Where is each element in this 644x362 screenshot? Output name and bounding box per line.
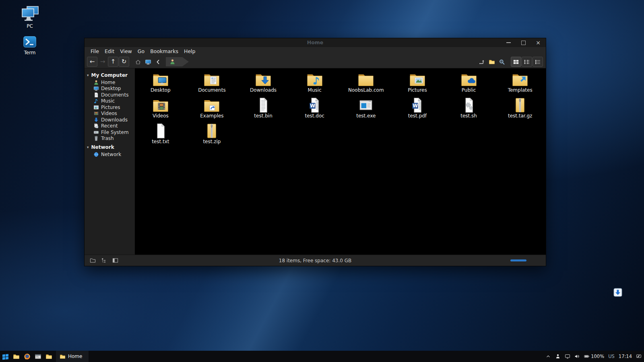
status-text: 18 items, Free space: 43.0 GB [85,258,546,263]
tray-keyboard-layout[interactable]: US [608,354,615,359]
file-item-test-doc[interactable]: test.doc [289,96,341,122]
tray-user-session[interactable] [555,354,561,359]
sidebar-item-recent[interactable]: Recent [85,123,135,130]
file-item-test-exe[interactable]: test.exe [341,96,392,122]
download-indicator[interactable] [613,288,622,297]
view-compact-icon [524,59,530,65]
view-detailed-button[interactable] [533,57,543,67]
previous-folder-button[interactable] [153,57,163,66]
file-item-noobslab-com[interactable]: NoobsLab.com [341,70,392,96]
view-compact-button[interactable] [522,57,532,67]
user-icon [169,59,175,65]
view-icons-button[interactable] [511,57,521,67]
sidebar-item-videos[interactable]: Videos [85,111,135,117]
file-item-pictures[interactable]: Pictures [392,70,443,96]
sidebar-item-home[interactable]: Home [85,79,135,86]
quick-launch-file-manager[interactable] [11,351,22,362]
quick-launch-documents-folder[interactable] [43,351,54,362]
folder-downloads-icon [254,72,272,87]
file-lines-icon [254,97,272,113]
computer-button[interactable] [143,57,153,66]
file-item-test-txt[interactable]: test.txt [135,122,186,148]
home-button[interactable] [133,57,143,66]
menu-help[interactable]: Help [181,48,198,54]
menu-edit[interactable]: Edit [102,48,117,54]
maximize-button[interactable] [520,40,526,45]
new-folder-button[interactable] [487,57,497,66]
file-item-videos[interactable]: Videos [135,96,186,122]
search-button[interactable] [497,57,507,66]
tray-battery[interactable]: 100% [584,354,604,359]
tray-tablet-settings[interactable] [636,354,642,359]
drive-icon [93,130,99,135]
sidebar-item-music[interactable]: Music [85,98,135,105]
desktop-icon-pc[interactable]: PC [15,6,44,29]
tray-hidden-icons[interactable] [545,354,551,359]
minimize-button[interactable] [506,40,511,45]
desktop-icon-term[interactable]: Term [15,35,44,56]
quick-launch-terminal[interactable] [33,351,43,362]
view-detail-icon [535,59,541,65]
quick-launch-firefox[interactable] [22,351,33,362]
file-item-desktop[interactable]: Desktop [135,70,186,96]
sidebar-item-network[interactable]: Network [85,151,135,158]
file-item-test-pdf[interactable]: test.pdf [392,96,443,122]
status-slider[interactable] [510,259,526,261]
tray-clock-label: 17:14 [619,354,632,359]
titlebar[interactable]: Home × [85,38,546,47]
file-item-music[interactable]: Music [289,70,341,96]
menu-go[interactable]: Go [135,48,147,54]
sidebar-item-desktop[interactable]: Desktop [85,86,135,92]
new-tab-button[interactable] [477,57,487,66]
user-icon [93,80,99,85]
desktop-icon [145,59,151,65]
sidebar-item-label: Videos [101,111,117,116]
menu-bookmarks[interactable]: Bookmarks [147,48,181,54]
tray-volume[interactable] [574,354,580,359]
sidebar-item-pictures[interactable]: Pictures [85,104,135,111]
file-item-test-bin[interactable]: test.bin [237,96,289,122]
sidebar-group-my-computer[interactable]: ▾My Computer [85,71,135,79]
sidebar-group-network[interactable]: ▾Network [85,143,135,151]
file-item-label: Public [462,87,476,93]
sidebar-item-trash[interactable]: Trash [85,136,135,142]
sidebar-group-label: My Computer [91,72,128,78]
pc-icon [20,6,40,23]
path-segment-home[interactable] [166,57,189,66]
app-window-icon [35,353,41,360]
folder-yellow-icon [13,353,20,360]
desktop-icon [93,86,99,91]
terminal-icon [23,35,37,49]
network-icon [93,152,99,157]
desktop-icon-label: Term [24,50,35,56]
file-item-downloads[interactable]: Downloads [237,70,289,96]
file-item-test-tar-gz[interactable]: test.tar.gz [494,96,546,122]
sidebar-item-label: File System [101,130,129,135]
sidebar-item-documents[interactable]: Documents [85,92,135,98]
taskbar-task-home[interactable]: Home [56,351,89,362]
reload-button[interactable]: ↻ [119,57,129,67]
menu-file[interactable]: File [88,48,102,54]
file-item-public[interactable]: Public [443,70,495,96]
tray-display[interactable] [565,354,570,359]
tray-clock[interactable]: 17:14 [619,354,632,359]
file-item-templates[interactable]: Templates [494,70,546,96]
forward-button[interactable]: → [98,57,107,66]
file-item-test-sh[interactable]: test.sh [443,96,495,122]
sidebar-item-downloads[interactable]: Downloads [85,117,135,123]
file-item-test-zip[interactable]: test.zip [186,122,238,148]
file-item-label: test.sh [460,113,477,119]
file-item-label: Videos [153,113,169,119]
file-item-documents[interactable]: Documents [186,70,238,96]
file-zip-icon [202,123,221,139]
start-button[interactable] [0,351,11,362]
file-view[interactable]: DesktopDocumentsDownloadsMusicNoobsLab.c… [135,68,546,255]
file-item-examples[interactable]: Examples [186,96,238,122]
menu-view[interactable]: View [117,48,135,54]
new-tab-icon [479,59,485,65]
back-button[interactable]: ← [87,57,97,67]
up-button[interactable]: ↑ [108,57,118,67]
sidebar-item-file-system[interactable]: File System [85,129,135,136]
desktop-root: { "desktop": { "icons": [ {"label": "PC"… [0,0,644,362]
close-button[interactable]: × [535,40,541,45]
